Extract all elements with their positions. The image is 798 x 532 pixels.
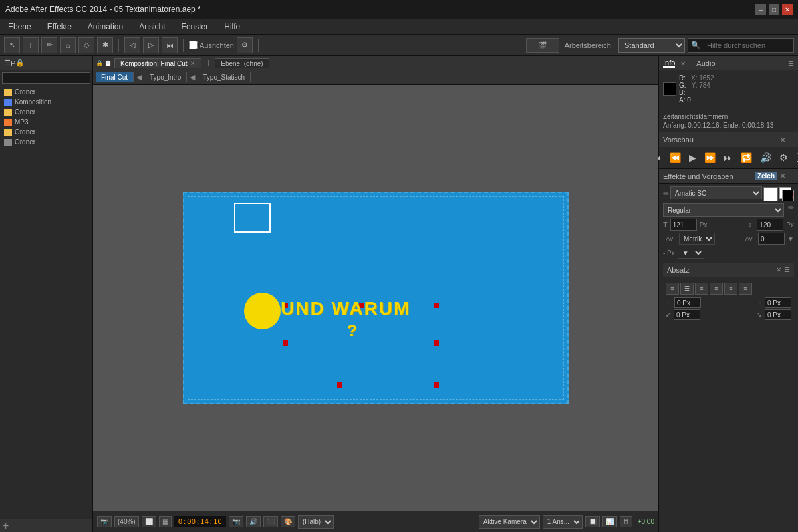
comp-layer-colors[interactable]: 🎨 — [281, 516, 295, 527]
preview-settings[interactable]: ⚙ — [777, 151, 791, 164]
effects-close[interactable]: ✕ — [780, 172, 785, 180]
project-item-ordner4[interactable]: Ordner — [0, 137, 92, 147]
align-justify[interactable]: ≡ — [710, 283, 723, 295]
menu-ansicht[interactable]: Ansicht — [136, 21, 168, 33]
menu-animation[interactable]: Animation — [85, 21, 126, 33]
indent-right-input[interactable]: 0 Px — [765, 297, 791, 308]
tool-text[interactable]: T — [23, 37, 39, 53]
comp-quality-select[interactable]: (Halb) — [298, 515, 334, 529]
preview-close[interactable]: ✕ — [780, 136, 785, 144]
comp-timecode-extra: +0,00 — [638, 518, 654, 525]
comp-more-btn[interactable]: ⚙ — [620, 516, 632, 527]
project-item-ordner1[interactable]: Ordner — [0, 87, 92, 97]
comp-timecode[interactable]: 0:00:14:10 — [174, 516, 226, 527]
layer-tab-typostatisch[interactable]: Typo_Statisch — [198, 72, 251, 82]
tool-stamp[interactable]: ✱ — [97, 37, 113, 53]
align-right[interactable]: ≡ — [695, 283, 708, 295]
kerning-input[interactable]: 0 — [758, 233, 785, 245]
px-unit-select[interactable]: ▼ — [678, 247, 704, 259]
comp-tab-finalcut[interactable]: Komposition: Final Cut ✕ — [114, 58, 201, 68]
menu-ebene[interactable]: Ebene — [5, 21, 34, 33]
comp-play-btn[interactable]: 📷 — [229, 516, 243, 527]
preview-play[interactable]: ▶ — [686, 151, 699, 164]
effects-menu[interactable]: ☰ — [788, 172, 794, 180]
align-left[interactable]: ≡ — [666, 283, 679, 295]
menu-hilfe[interactable]: Hilfe — [221, 21, 243, 33]
info-close-icon[interactable]: ✕ — [680, 60, 686, 67]
font-size-unit: Px — [700, 221, 708, 229]
tool-select[interactable]: ↖ — [4, 37, 20, 53]
indent-bottom-input[interactable]: 0 Px — [765, 309, 791, 320]
preview-audio[interactable]: 🔊 — [757, 151, 774, 164]
add-item-icon[interactable]: + — [3, 520, 9, 532]
font-name-select[interactable]: Amatic SC — [670, 186, 762, 200]
comp-controls: 📷 (40%) ⬜ ▦ 0:00:14:10 📷 🔊 ⬛ 🎨 (Halb) Ak… — [93, 511, 658, 532]
preview-menu[interactable]: ☰ — [788, 136, 794, 144]
info-panel-menu[interactable]: ☰ — [788, 60, 794, 67]
font-style-edit[interactable]: ✏ — [788, 203, 794, 217]
indent-top-input[interactable]: 0 Px — [674, 309, 700, 320]
preview-skip-end[interactable]: ⏭ — [721, 151, 735, 164]
comp-render-btn[interactable]: 🔲 — [585, 516, 600, 527]
project-item-label-2: Komposition — [15, 98, 51, 106]
menu-effekte[interactable]: Effekte — [45, 21, 74, 33]
project-item-mp3[interactable]: MP3 — [0, 117, 92, 127]
px-label-left: - Px — [663, 249, 675, 257]
align-justify-all[interactable]: ≡ — [739, 283, 752, 295]
line-height-unit: Px — [786, 221, 794, 229]
preview-fullscreen[interactable]: ⛶ — [793, 151, 799, 164]
comp-frame-btn[interactable]: ▦ — [159, 516, 172, 527]
workspace-select[interactable]: Standard — [618, 38, 685, 53]
comp-view-options[interactable]: ⬜ — [142, 516, 156, 527]
preview-step-forward[interactable]: ⏩ — [702, 151, 718, 164]
comp-tab-close-1[interactable]: ✕ — [190, 60, 196, 66]
kerning-icon: AV — [745, 235, 753, 242]
indent-left-input[interactable]: 0 Px — [674, 297, 701, 308]
project-item-komposition[interactable]: Komposition — [0, 97, 92, 107]
comp-grid-btn[interactable]: ⬛ — [263, 516, 278, 527]
tool-pen[interactable]: ✏ — [41, 37, 57, 53]
tool-skip-start[interactable]: ⏮ — [162, 37, 178, 53]
comp-camera-select[interactable]: Aktive Kamera — [479, 515, 540, 529]
tool-undo[interactable]: ◁ — [124, 37, 140, 53]
font-style-select[interactable]: Regular — [663, 203, 784, 217]
maximize-button[interactable]: □ — [769, 4, 779, 15]
ausrichten-checkbox[interactable]: Ausrichten — [189, 41, 234, 49]
comp-viewer[interactable]: UND WARUM ? — [93, 85, 658, 511]
line-height-input[interactable]: 120 — [757, 219, 783, 231]
comp-output-btn[interactable]: 📊 — [602, 516, 617, 527]
comp-snap-btn[interactable]: 📷 — [97, 516, 112, 527]
zeich-tab[interactable]: Zeich — [755, 172, 777, 180]
comp-zoom-btn[interactable]: (40%) — [114, 516, 139, 527]
comp-view-select[interactable]: 1 Ans... — [543, 515, 583, 529]
comp-audio-btn[interactable]: 🔊 — [246, 516, 261, 527]
minimize-button[interactable]: – — [755, 4, 766, 15]
project-search-input[interactable] — [2, 72, 90, 84]
menu-fenster[interactable]: Fenster — [179, 21, 211, 33]
preview-loop[interactable]: 🔁 — [738, 151, 755, 164]
align-center[interactable]: ☰ — [680, 283, 694, 295]
audio-tab[interactable]: Audio — [696, 59, 715, 67]
absatz-close[interactable]: ✕ — [776, 266, 781, 273]
search-input[interactable] — [703, 38, 791, 53]
project-item-ordner3[interactable]: Ordner — [0, 127, 92, 137]
project-item-ordner2[interactable]: Ordner — [0, 107, 92, 117]
tracking-method-select[interactable]: Metrik — [679, 233, 715, 245]
preview-step-back[interactable]: ⏪ — [667, 151, 684, 164]
tool-brush[interactable]: ⌂ — [60, 37, 76, 53]
tool-redo[interactable]: ▷ — [143, 37, 159, 53]
tool-settings[interactable]: ⚙ — [237, 37, 253, 53]
font-edit-icon[interactable]: ✏ — [663, 190, 669, 198]
close-button[interactable]: ✕ — [782, 4, 793, 15]
tool-eraser[interactable]: ◇ — [78, 37, 94, 53]
comp-tab-ebene[interactable]: Ebene: (ohne) — [215, 58, 269, 68]
font-size-input[interactable]: 121 — [670, 219, 697, 231]
indent-arrow-left: ← — [666, 299, 672, 306]
info-tab[interactable]: Info — [663, 59, 675, 68]
absatz-menu[interactable]: ☰ — [784, 266, 790, 273]
align-justify-last-left[interactable]: ≡ — [724, 283, 737, 295]
layer-tab-typointro[interactable]: Typo_Intro — [144, 72, 187, 82]
font-fill-swatch[interactable] — [763, 187, 778, 201]
layer-tab-finalcut[interactable]: Final Cut — [96, 72, 134, 82]
comp-panel-menu[interactable]: ☰ — [650, 59, 656, 66]
